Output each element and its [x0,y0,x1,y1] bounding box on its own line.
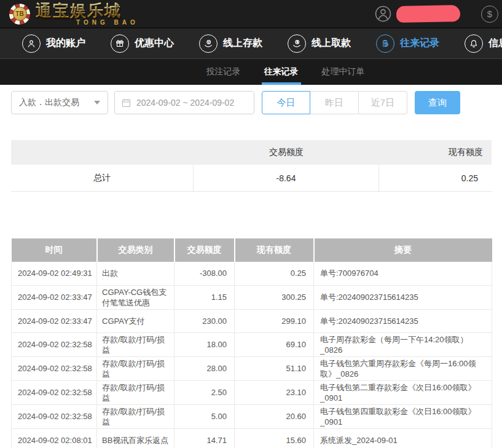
cell-summary: 电子钱包第六重周存款彩金《每周一16:00领取》_0826 [314,356,492,380]
table-row: 2024-09-02 02:49:31 出款 -308.00 0.25 单号:7… [12,262,492,285]
summary-header-row: 交易额度 现有额度 [11,140,492,165]
cell-balance: 15.60 [235,428,314,448]
tab-betting-records[interactable]: 投注记录 [204,59,243,85]
nav-label: 往来记录 [400,37,439,50]
col-amount: 交易额度 [175,238,235,262]
nav-item-withdraw[interactable]: 线上取款 [288,34,351,53]
table-row: 2024-09-02 02:32:58 存款/取款/打码/损益 18.00 69… [12,332,492,356]
site-logo[interactable]: TB 通宝娱乐城 TONG BAO [9,2,139,26]
cell-amount: 230.00 [175,309,235,332]
summary-total-balance: 0.25 [379,165,492,191]
cell-summary: 电子周存款彩金（每周一下午14:20领取）_0826 [314,332,492,356]
nav-label: 信息公告 [488,37,502,50]
nav-item-announcements[interactable]: 信息公告 [465,34,502,53]
cell-summary: 电子钱包第二重存款彩金《次日16:00领取》_0901 [314,380,492,404]
col-balance: 现有额度 [235,238,314,262]
transaction-type-select[interactable]: 入款．出款交易 [11,91,108,114]
cell-balance: 0.25 [235,262,314,285]
user-icon [22,34,41,53]
date-range-input[interactable]: 2024-09-02 ~ 2024-09-02 [114,91,254,114]
tab-transaction-records[interactable]: 往来记录 [262,59,301,85]
table-row: 2024-09-02 02:32:58 存款/取款/打码/损益 2.50 23.… [12,380,492,404]
cell-balance: 51.10 [235,356,314,380]
summary-total-row: 总计 -8.64 0.25 [11,165,492,192]
caret-down-icon [94,101,100,104]
cell-time: 2024-09-02 02:32:58 [12,404,97,428]
summary-total-label: 总计 [11,165,194,191]
tab-pending-orders[interactable]: 处理中订单 [320,59,367,85]
cell-time: 2024-09-02 02:08:01 [12,428,97,448]
table-header-row: 时间 交易类别 交易额度 现有额度 摘要 [12,238,492,262]
col-time: 时间 [12,238,97,262]
cell-type: 存款/取款/打码/损益 [97,332,175,356]
cell-balance: 69.10 [235,332,314,356]
cell-time: 2024-09-02 02:32:58 [12,356,97,380]
cell-type: 存款/取款/打码/损益 [97,380,175,404]
cell-time: 2024-09-02 02:33:47 [12,309,97,332]
table-row: 2024-09-02 02:32:58 存款/取款/打码/损益 5.00 20.… [12,404,492,428]
hand-dollar-icon [288,34,306,53]
currency-symbol: $ [487,9,492,19]
hand-coin-icon [199,34,218,53]
cell-balance: 300.25 [235,285,314,309]
cell-time: 2024-09-02 02:33:47 [12,285,97,309]
cell-type: 出款 [97,262,175,285]
cell-summary: 单号:202409023715614235 [314,309,492,332]
cell-balance: 23.10 [235,380,314,404]
cell-amount: 28.00 [175,356,235,380]
select-value: 入款．出款交易 [19,97,79,108]
col-summary: 摘要 [314,238,492,262]
main-navigation: 我的账户 优惠中心 线上存款 线上取款 往来记录 信息公告 [0,28,502,59]
cell-summary: 单号:202409023715614235 [314,285,492,309]
cell-type: BB视讯百家乐返点 [97,428,175,448]
cell-amount: 1.15 [175,285,235,309]
nav-item-transaction-records[interactable]: 往来记录 [376,34,439,53]
cell-amount: 14.71 [175,428,235,448]
account-user-icon[interactable] [375,6,391,22]
logo-text: 通宝娱乐城 TONG BAO [36,2,139,26]
quick-label: 昨日 [325,97,343,109]
record-clock-icon [376,34,394,53]
nav-item-deposit[interactable]: 线上存款 [199,34,262,53]
quick-last7days-button[interactable]: 近7日 [359,91,407,114]
cell-amount: -308.00 [175,262,235,285]
cell-type: CGPAY-CG钱包支付笔笔送优惠 [97,285,175,309]
wallet-currency-icon[interactable]: $ [481,6,498,23]
cell-type: 存款/取款/打码/损益 [97,356,175,380]
account-area: $ [375,6,498,23]
nav-item-promotions[interactable]: 优惠中心 [111,34,174,53]
nav-item-my-account[interactable]: 我的账户 [22,34,85,53]
gift-icon [111,34,129,53]
col-type: 交易类别 [97,238,175,262]
record-tabs: 投注记录 往来记录 处理中订单 [0,59,502,85]
cell-balance: 20.60 [235,404,314,428]
logo-subtitle: TONG BAO [36,20,139,26]
table-row: 2024-09-02 02:32:58 存款/取款/打码/损益 28.00 51… [12,356,492,380]
username-redaction-blob [396,5,460,23]
cell-amount: 5.00 [175,404,235,428]
query-button[interactable]: 查询 [415,91,460,114]
cell-time: 2024-09-02 02:49:31 [12,262,97,285]
quick-today-button[interactable]: 今日 [262,91,310,114]
quick-yesterday-button[interactable]: 昨日 [310,91,359,114]
summary-header-empty [11,140,194,165]
tab-label: 处理中订单 [322,66,365,77]
summary-header-amount: 交易额度 [194,140,379,165]
tab-label: 往来记录 [264,66,299,77]
casino-chip-icon: TB [9,3,31,25]
table-row: 2024-09-02 02:33:47 CGPAY-CG钱包支付笔笔送优惠 1.… [12,285,492,309]
top-header: TB 通宝娱乐城 TONG BAO $ [0,0,502,28]
cell-type: 存款/取款/打码/损益 [97,404,175,428]
tab-label: 投注记录 [206,66,241,77]
cell-balance: 299.10 [235,309,314,332]
cell-amount: 2.50 [175,380,235,404]
summary-total-amount: -8.64 [194,165,379,191]
summary-table: 交易额度 现有额度 总计 -8.64 0.25 [11,140,492,192]
summary-header-balance: 现有额度 [379,140,492,165]
cell-type: CGPAY支付 [97,309,175,332]
cell-summary: 系统派发_2024-09-01 [314,428,492,448]
bell-icon [465,34,483,53]
nav-label: 线上取款 [312,37,351,50]
cell-summary: 电子钱包第四重取款彩金《次日16:00领取》_0901 [314,404,492,428]
cell-summary: 单号:700976704 [314,262,492,285]
